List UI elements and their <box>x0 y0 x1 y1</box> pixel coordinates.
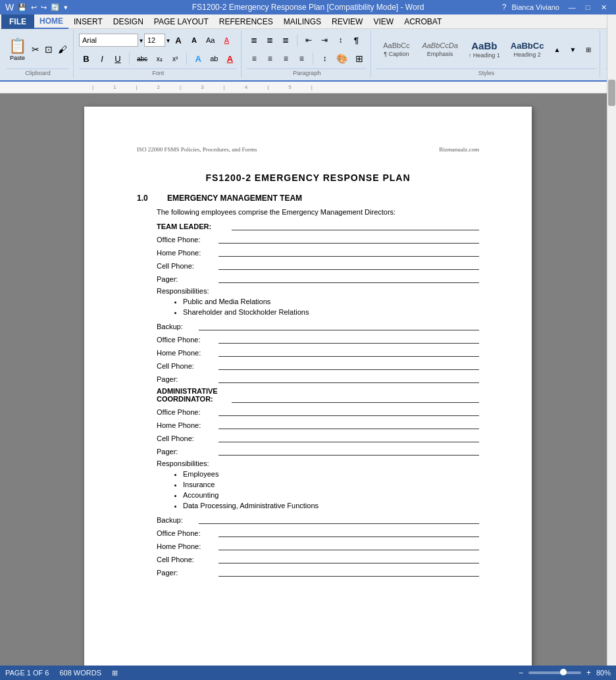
page-layout-menu[interactable]: PAGE LAYOUT <box>149 14 214 29</box>
admin-coord-field[interactable] <box>232 394 479 403</box>
emphasis-style[interactable]: AaBbCcDa Emphasis <box>417 33 462 66</box>
layout-icon[interactable]: ⊞ <box>112 669 118 677</box>
styles-gallery: AaBbCc ¶ Caption AaBbCcDa Emphasis AaBb … <box>376 32 596 67</box>
admin-home-phone-field[interactable] <box>218 420 479 429</box>
backup-pager-field[interactable] <box>218 374 479 383</box>
design-menu[interactable]: DESIGN <box>108 14 149 29</box>
underline-button[interactable]: U <box>111 51 125 66</box>
show-hide-button[interactable]: ¶ <box>349 33 363 47</box>
borders-button[interactable]: ⊞ <box>352 51 367 66</box>
review-menu[interactable]: REVIEW <box>326 14 368 29</box>
zoom-in-icon[interactable]: + <box>586 668 591 677</box>
admin-office-phone-line: Office Phone: <box>137 407 479 416</box>
font-name-dropdown[interactable]: ▾ <box>140 37 143 44</box>
status-left: PAGE 1 OF 6 608 WORDS ⊞ <box>5 669 118 677</box>
cut-button[interactable]: ✂ <box>30 43 41 56</box>
italic-button[interactable]: I <box>95 51 109 66</box>
align-center-button[interactable]: ≡ <box>263 51 277 66</box>
admin-resp-item-4: Data Processing, Administrative Function… <box>183 502 479 510</box>
page[interactable]: ISO 22000 FSMS Policies, Procedures, and… <box>84 107 532 680</box>
ruler-marks: | 1 | 2 | 3 | 4 | 5 | <box>92 84 313 90</box>
align-left-button[interactable]: ≡ <box>247 51 261 66</box>
quick-access-more[interactable]: ▾ <box>64 3 68 12</box>
minimize-button[interactable]: — <box>565 2 579 13</box>
styles-expand[interactable]: ⊞ <box>581 42 596 57</box>
scroll-bar[interactable] <box>607 14 616 666</box>
strikethrough-button[interactable]: abc <box>134 51 151 66</box>
sort-button[interactable]: ↕ <box>333 33 347 47</box>
font-size-input[interactable] <box>144 34 165 47</box>
acrobat-menu[interactable]: ACROBAT <box>399 14 447 29</box>
admin-cell-phone-field[interactable] <box>218 433 479 442</box>
backup2-office-phone-field[interactable] <box>218 528 479 537</box>
font-size-dropdown[interactable]: ▾ <box>167 37 170 44</box>
subscript-button[interactable]: x₂ <box>152 51 167 66</box>
align-right-button[interactable]: ≡ <box>278 51 293 66</box>
quick-access-undo[interactable]: ↩ <box>31 3 37 12</box>
home-phone-field[interactable] <box>218 248 479 257</box>
copy-button[interactable]: ⊡ <box>43 43 55 56</box>
backup2-home-phone-field[interactable] <box>218 541 479 550</box>
view-menu[interactable]: VIEW <box>368 14 399 29</box>
backup-cell-phone-field[interactable] <box>218 361 479 370</box>
shrink-font-button[interactable]: A <box>187 33 201 47</box>
quick-access-refresh[interactable]: 🔄 <box>51 3 60 12</box>
backup-field[interactable] <box>199 321 479 330</box>
quick-access-redo[interactable]: ↪ <box>41 3 47 12</box>
admin-office-phone-field[interactable] <box>218 407 479 416</box>
office-phone-field[interactable] <box>218 234 479 244</box>
justify-button[interactable]: ≡ <box>294 51 309 66</box>
paste-button[interactable]: 📋 Paste <box>7 36 28 63</box>
styles-scroll-down[interactable]: ▼ <box>565 42 580 57</box>
responsibilities-label: Responsibilities: <box>137 287 479 295</box>
clear-format-button[interactable]: A <box>219 33 234 47</box>
backup2-field[interactable] <box>199 515 479 524</box>
styles-scroll-up[interactable]: ▲ <box>550 42 564 57</box>
bullets-button[interactable]: ≣ <box>247 33 261 47</box>
zoom-slider[interactable] <box>528 671 581 674</box>
backup2-cell-phone-field[interactable] <box>218 554 479 563</box>
highlight-button[interactable]: ab <box>207 51 221 66</box>
bold-button[interactable]: B <box>79 51 93 66</box>
insert-menu[interactable]: INSERT <box>68 14 108 29</box>
admin-pager-field[interactable] <box>218 446 479 456</box>
grow-font-button[interactable]: A <box>171 33 186 47</box>
maximize-button[interactable]: □ <box>580 2 595 13</box>
help-icon[interactable]: ? <box>502 3 507 12</box>
window-controls: — □ ✕ <box>565 2 611 13</box>
doc-title: FS1200-2 EMERGENCY RESPONSE PLAN <box>137 172 479 183</box>
text-effects-button[interactable]: A <box>191 51 205 66</box>
line-spacing-button[interactable]: ↕ <box>317 51 332 66</box>
document-area: ISO 22000 FSMS Policies, Procedures, and… <box>0 93 616 680</box>
close-button[interactable]: ✕ <box>596 2 611 13</box>
heading2-style[interactable]: AaBbCc Heading 2 <box>506 33 549 66</box>
superscript-button[interactable]: x² <box>168 51 182 66</box>
ruler: | 1 | 2 | 3 | 4 | 5 | <box>0 82 616 93</box>
decrease-indent-button[interactable]: ⇤ <box>301 33 316 47</box>
change-case-button[interactable]: Aa <box>203 33 218 47</box>
scroll-thumb[interactable] <box>608 80 615 106</box>
format-painter-button[interactable]: 🖌 <box>56 43 69 56</box>
backup-office-phone-field[interactable] <box>218 334 479 344</box>
numbered-button[interactable]: ≣ <box>263 33 277 47</box>
file-menu[interactable]: FILE <box>1 14 34 29</box>
pager-field[interactable] <box>218 274 479 283</box>
admin-cell-phone-label: Cell Phone: <box>157 434 216 442</box>
home-menu[interactable]: HOME <box>34 14 68 29</box>
font-name-input[interactable] <box>79 34 138 47</box>
mailings-menu[interactable]: MAILINGS <box>278 14 326 29</box>
backup2-pager-field[interactable] <box>218 567 479 577</box>
font-color-button[interactable]: A <box>222 51 237 66</box>
shading-button[interactable]: 🎨 <box>333 51 351 66</box>
quick-access-save[interactable]: 💾 <box>18 3 27 12</box>
cell-phone-field[interactable] <box>218 261 479 270</box>
caption-style[interactable]: AaBbCc ¶ Caption <box>376 33 416 66</box>
zoom-out-icon[interactable]: − <box>519 668 523 677</box>
backup-home-phone-field[interactable] <box>218 348 479 357</box>
heading1-style[interactable]: AaBb ↑ Heading 1 <box>464 33 505 66</box>
increase-indent-button[interactable]: ⇥ <box>317 33 332 47</box>
references-menu[interactable]: REFERENCES <box>214 14 278 29</box>
team-leader-field[interactable] <box>232 221 479 230</box>
multilevel-button[interactable]: ≣ <box>278 33 293 47</box>
admin-home-phone-label: Home Phone: <box>157 421 216 429</box>
